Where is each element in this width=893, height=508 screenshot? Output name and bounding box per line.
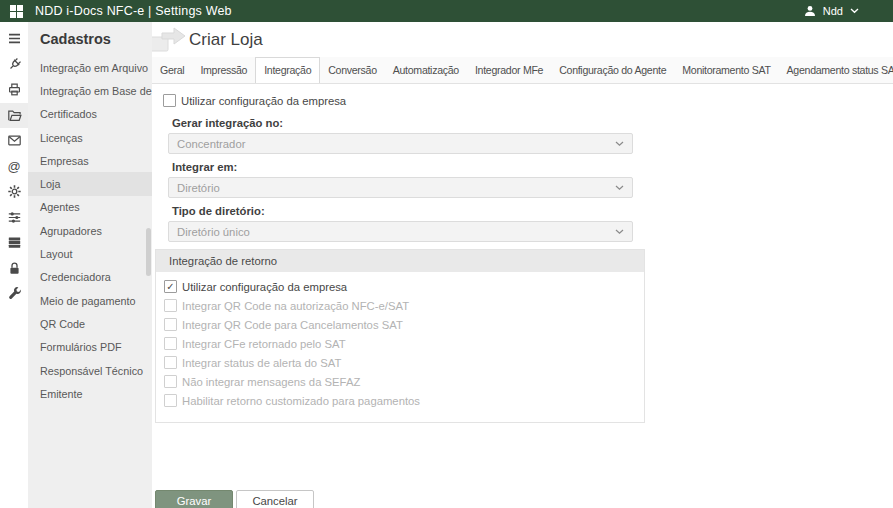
sidebar-item[interactable]: Responsável Técnico: [28, 359, 152, 382]
sidebar-item[interactable]: Certificados: [28, 103, 152, 126]
checkbox-label: Integrar CFe retornado pelo SAT: [182, 338, 346, 350]
sidebar-item[interactable]: Agentes: [28, 196, 152, 219]
checkbox[interactable]: [164, 356, 177, 369]
integrar-em-select[interactable]: Diretório: [168, 177, 633, 198]
tipo-diretorio-select[interactable]: Diretório único: [168, 221, 633, 242]
checkbox-label: Utilizar configuração da empresa: [182, 281, 347, 293]
sidebar: Cadastros Integração em ArquivoIntegraçã…: [28, 22, 152, 508]
sliders-icon[interactable]: [0, 205, 28, 231]
field-tipo-diretorio: Tipo de diretório: Diretório único: [168, 205, 893, 242]
user-icon: [804, 5, 816, 17]
section-body: ✓Utilizar configuração da empresaIntegra…: [156, 272, 644, 422]
checkbox[interactable]: ✓: [164, 280, 177, 293]
select-value: Diretório único: [177, 226, 250, 238]
chevron-down-icon: [615, 141, 624, 147]
store-form: Utilizar configuração da empresa Gerar i…: [152, 84, 893, 508]
return-integration-section: Integração de retorno ✓Utilizar configur…: [155, 249, 645, 423]
checkbox[interactable]: [164, 299, 177, 312]
sidebar-header: Cadastros: [28, 26, 152, 56]
app-title: NDD i-Docs NFC-e | Settings Web: [35, 4, 232, 18]
return-checkbox-row: Integrar QR Code na autorização NFC-e/SA…: [164, 296, 634, 315]
sidebar-scrollbar[interactable]: [146, 228, 151, 276]
save-button[interactable]: Gravar: [155, 490, 233, 508]
section-header: Integração de retorno: [156, 250, 644, 272]
field-label: Integrar em:: [172, 161, 893, 174]
cancel-button[interactable]: Cancelar: [236, 490, 314, 508]
sidebar-item[interactable]: Meio de pagamento: [28, 289, 152, 312]
checkbox[interactable]: [164, 375, 177, 388]
checkbox[interactable]: [164, 337, 177, 350]
tab[interactable]: Geral: [152, 57, 192, 83]
sidebar-item[interactable]: Emitente: [28, 382, 152, 405]
return-checkbox-row: Não integrar mensagens da SEFAZ: [164, 372, 634, 391]
sidebar-item[interactable]: Agrupadores: [28, 219, 152, 242]
icon-rail: @: [0, 22, 28, 508]
tab[interactable]: Automatização: [385, 57, 467, 83]
return-checkbox-row: Integrar CFe retornado pelo SAT: [164, 334, 634, 353]
company-config-label: Utilizar configuração da empresa: [181, 95, 346, 107]
field-label: Tipo de diretório:: [172, 205, 893, 218]
form-actions: Gravar Cancelar: [155, 490, 893, 508]
topbar: NDD i-Docs NFC-e | Settings Web Ndd: [0, 0, 893, 22]
tab[interactable]: Monitoramento SAT: [674, 57, 778, 83]
return-checkbox-row: Habilitar retorno customizado para pagam…: [164, 391, 634, 410]
folder-open-icon[interactable]: [0, 103, 28, 129]
user-name: Ndd: [823, 5, 843, 17]
sidebar-item[interactable]: Credenciadora: [28, 266, 152, 289]
sidebar-item[interactable]: Integração em Arquivo: [28, 56, 152, 79]
gear-icon[interactable]: [0, 179, 28, 205]
chevron-down-icon: [850, 8, 859, 14]
company-config-row: Utilizar configuração da empresa: [163, 94, 893, 107]
wrench-icon[interactable]: [0, 281, 28, 307]
plug-icon[interactable]: [0, 52, 28, 78]
sidebar-item[interactable]: Licenças: [28, 126, 152, 149]
sidebar-item[interactable]: Loja: [28, 172, 152, 195]
select-value: Concentrador: [177, 138, 245, 150]
main-content: Criar Loja GeralImpressãoIntegraçãoConve…: [152, 22, 893, 508]
page-head: Criar Loja: [152, 22, 893, 57]
sidebar-item[interactable]: Layout: [28, 242, 152, 265]
field-label: Gerar integração no:: [172, 117, 893, 130]
gerar-integracao-select[interactable]: Concentrador: [168, 133, 633, 154]
checkbox-label: Integrar QR Code na autorização NFC-e/SA…: [182, 300, 409, 312]
lock-icon[interactable]: [0, 256, 28, 282]
chevron-down-icon: [615, 185, 624, 191]
envelope-icon[interactable]: [0, 128, 28, 154]
checkbox-label: Integrar status de alerta do SAT: [182, 357, 341, 369]
tab[interactable]: Conversão: [320, 57, 385, 83]
create-store-icon: [152, 26, 189, 56]
at-sign-icon[interactable]: @: [0, 154, 28, 180]
tab-bar: GeralImpressãoIntegraçãoConversãoAutomat…: [152, 57, 893, 84]
checkbox[interactable]: [164, 318, 177, 331]
field-integrar-em: Integrar em: Diretório: [168, 161, 893, 198]
tab[interactable]: Configuração do Agente: [551, 57, 674, 83]
chevron-down-icon: [615, 229, 624, 235]
tab[interactable]: Impressão: [192, 57, 255, 83]
sidebar-item[interactable]: QR Code: [28, 312, 152, 335]
sidebar-item[interactable]: Formulários PDF: [28, 336, 152, 359]
checkbox-label: Não integrar mensagens da SEFAZ: [182, 376, 360, 388]
checkbox-label: Habilitar retorno customizado para pagam…: [182, 395, 420, 407]
select-value: Diretório: [177, 182, 220, 194]
company-config-checkbox[interactable]: [163, 94, 176, 107]
menu-icon[interactable]: [0, 26, 28, 52]
sidebar-item[interactable]: Integração em Base de Dados: [28, 79, 152, 102]
checkbox[interactable]: [164, 394, 177, 407]
checkbox-label: Integrar QR Code para Cancelamentos SAT: [182, 319, 403, 331]
return-checkbox-row: ✓Utilizar configuração da empresa: [164, 277, 634, 296]
user-menu[interactable]: Ndd: [804, 5, 859, 17]
sidebar-items: Integração em ArquivoIntegração em Base …: [28, 56, 152, 405]
app-grid-icon[interactable]: [10, 5, 23, 18]
field-gerar-integracao: Gerar integração no: Concentrador: [168, 117, 893, 154]
return-checkbox-row: Integrar status de alerta do SAT: [164, 353, 634, 372]
return-checkbox-row: Integrar QR Code para Cancelamentos SAT: [164, 315, 634, 334]
tab[interactable]: Integrador MFe: [467, 57, 551, 83]
server-icon[interactable]: [0, 230, 28, 256]
tab[interactable]: Agendamento status SAT: [779, 57, 893, 83]
printer-icon[interactable]: [0, 77, 28, 103]
sidebar-item[interactable]: Empresas: [28, 149, 152, 172]
page-title: Criar Loja: [189, 30, 263, 50]
tab[interactable]: Integração: [255, 57, 320, 84]
